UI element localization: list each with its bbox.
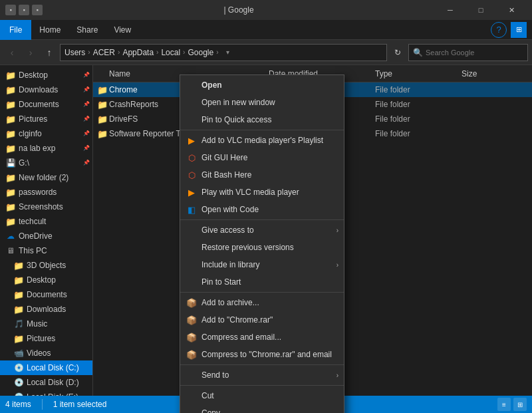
- search-placeholder: Search Google: [426, 49, 474, 57]
- breadcrumb-google[interactable]: Google: [188, 48, 213, 57]
- sep-1: ›: [88, 49, 90, 56]
- title-bar-icon-3: ▪: [32, 5, 43, 15]
- sep-3: ›: [156, 49, 158, 56]
- ctx-compress-chrome-email[interactable]: 📦 Compress to "Chrome.rar" and email: [180, 346, 344, 363]
- ctx-sep-4: [180, 364, 344, 365]
- sidebar-item-desktop2[interactable]: 📁 Desktop: [0, 273, 92, 287]
- breadcrumb-local[interactable]: Local: [161, 48, 180, 57]
- sidebar-item-locale[interactable]: 💿 Local Disk (E:): [0, 390, 92, 396]
- ctx-pin-quick[interactable]: Pin to Quick access: [180, 111, 344, 128]
- refresh-button[interactable]: ↻: [390, 44, 406, 61]
- col-header-type[interactable]: Type: [375, 69, 462, 78]
- sidebar-label-pictures2: Pictures: [27, 334, 55, 343]
- address-dropdown[interactable]: ▾: [221, 44, 235, 61]
- col-header-size[interactable]: Size: [462, 69, 515, 78]
- forward-button[interactable]: ›: [23, 45, 39, 61]
- sidebar-label-3dobjects: 3D Objects: [27, 261, 66, 270]
- view-icons-button[interactable]: ⊞: [513, 398, 527, 411]
- file-type-sw: File folder: [375, 129, 462, 138]
- ctx-vlc-play[interactable]: ▶ Play with VLC media player: [180, 184, 344, 201]
- maximize-button[interactable]: □: [466, 0, 496, 20]
- sidebar-item-pictures2[interactable]: 📁 Pictures: [0, 331, 92, 346]
- back-button[interactable]: ‹: [4, 45, 20, 61]
- sidebar-item-downloads[interactable]: 📁 Downloads 📌: [0, 82, 92, 97]
- sidebar-label-clginfo: clginfo: [19, 129, 42, 138]
- title-bar-icon-1: ▪: [5, 5, 16, 15]
- video-icon: 📹: [13, 348, 24, 358]
- sidebar-item-thispc[interactable]: 🖥 This PC: [0, 243, 92, 258]
- main-area: 📁 Desktop 📌 📁 Downloads 📌 📁 Documents 📌 …: [0, 65, 532, 396]
- ctx-add-vlc-playlist[interactable]: ▶ Add to VLC media player's Playlist: [180, 132, 344, 149]
- folder-icon-ss: 📁: [5, 202, 16, 212]
- minimize-button[interactable]: ─: [435, 0, 466, 20]
- help-button[interactable]: ?: [491, 22, 507, 38]
- sidebar-item-documents[interactable]: 📁 Documents 📌: [0, 97, 92, 112]
- sidebar-item-screenshots[interactable]: 📁 Screenshots: [0, 200, 92, 214]
- sidebar-label-gdrive: G:\: [19, 158, 29, 168]
- ctx-compress-email[interactable]: 📦 Compress and email...: [180, 329, 344, 346]
- breadcrumb-users[interactable]: Users: [65, 48, 85, 57]
- ctx-send-to[interactable]: Send to ›: [180, 366, 344, 384]
- ctx-git-gui[interactable]: ⬡ Git GUI Here: [180, 149, 344, 166]
- sidebar-item-gdrive[interactable]: 💾 G:\ 📌: [0, 156, 92, 170]
- pin-icon-7: 📌: [83, 160, 90, 166]
- sidebar-item-pictures[interactable]: 📁 Pictures 📌: [0, 112, 92, 126]
- ctx-restore-versions[interactable]: Restore previous versions: [180, 239, 344, 256]
- ctx-open-vscode[interactable]: ◧ Open with Code: [180, 201, 344, 218]
- sidebar-item-onedrive[interactable]: ☁ OneDrive: [0, 229, 92, 243]
- file-type-drivefs: File folder: [375, 114, 462, 124]
- ctx-include-library[interactable]: Include in library ›: [180, 256, 344, 273]
- sidebar-item-nalab[interactable]: 📁 na lab exp 📌: [0, 141, 92, 156]
- folder-icon-chrome: 📁: [96, 83, 109, 96]
- breadcrumb-acer[interactable]: ACER: [93, 48, 115, 57]
- arrow-icon-3: ›: [336, 372, 338, 379]
- breadcrumb-appdata[interactable]: AppData: [122, 48, 154, 57]
- ctx-pin-start[interactable]: Pin to Start: [180, 273, 344, 291]
- sidebar: 📁 Desktop 📌 📁 Downloads 📌 📁 Documents 📌 …: [0, 65, 93, 396]
- sidebar-item-techcult[interactable]: 📁 techcult: [0, 214, 92, 229]
- sidebar-item-desktop[interactable]: 📁 Desktop 📌: [0, 68, 92, 82]
- vlc-icon-1: ▶: [186, 134, 198, 146]
- windows-icon[interactable]: ⊞: [511, 22, 527, 38]
- address-path[interactable]: Users › ACER › AppData › Local › Google …: [60, 44, 387, 61]
- search-icon: 🔍: [413, 48, 423, 57]
- sidebar-item-3dobjects[interactable]: 📁 3D Objects: [0, 258, 92, 273]
- sidebar-item-downloads2[interactable]: 📁 Downloads: [0, 302, 92, 317]
- folder-icon-drive: 📁: [96, 112, 109, 126]
- ctx-cut[interactable]: Cut: [180, 387, 344, 404]
- sidebar-item-music[interactable]: 🎵 Music: [0, 317, 92, 331]
- title-bar-icon-2: ▪: [19, 5, 29, 15]
- ctx-add-archive[interactable]: 📦 Add to archive...: [180, 294, 344, 311]
- ribbon-tab-home[interactable]: Home: [31, 20, 68, 40]
- sidebar-item-newfolder[interactable]: 📁 New folder (2): [0, 170, 92, 185]
- ctx-open-new-window[interactable]: Open in new window: [180, 94, 344, 111]
- sidebar-item-videos[interactable]: 📹 Videos: [0, 346, 92, 360]
- view-details-button[interactable]: ≡: [497, 398, 511, 411]
- sidebar-item-passwords[interactable]: 📁 passwords: [0, 185, 92, 200]
- folder-icon-dl2: 📁: [13, 304, 24, 315]
- up-button[interactable]: ↑: [41, 45, 57, 61]
- ribbon-file-button[interactable]: File: [0, 20, 31, 40]
- sidebar-item-documents2[interactable]: 📁 Documents: [0, 287, 92, 302]
- search-box[interactable]: 🔍 Search Google: [408, 44, 528, 61]
- ribbon-tab-share[interactable]: Share: [68, 20, 106, 40]
- sidebar-item-clginfo[interactable]: 📁 clginfo 📌: [0, 126, 92, 141]
- sidebar-label-localc: Local Disk (C:): [27, 363, 79, 372]
- music-icon: 🎵: [13, 319, 24, 329]
- title-bar-icons: ▪ ▪ ▪: [5, 5, 43, 15]
- pin-icon: 📌: [83, 72, 90, 78]
- sidebar-label-pictures: Pictures: [19, 114, 47, 124]
- close-button[interactable]: ✕: [496, 0, 527, 20]
- ctx-open[interactable]: Open: [180, 76, 344, 94]
- ribbon-right: ? ⊞: [491, 22, 527, 38]
- sidebar-label-thispc: This PC: [19, 246, 47, 255]
- ctx-copy[interactable]: Copy: [180, 404, 344, 413]
- sidebar-item-localc[interactable]: 💿 Local Disk (C:): [0, 360, 92, 375]
- sidebar-label-documents2: Documents: [27, 290, 67, 299]
- ctx-git-bash[interactable]: ⬡ Git Bash Here: [180, 166, 344, 184]
- folder-icon-nalab: 📁: [5, 143, 16, 154]
- ctx-give-access[interactable]: Give access to ›: [180, 221, 344, 239]
- sidebar-item-locald[interactable]: 💿 Local Disk (D:): [0, 375, 92, 390]
- ribbon-tab-view[interactable]: View: [106, 20, 139, 40]
- ctx-add-chrome-rar[interactable]: 📦 Add to "Chrome.rar": [180, 311, 344, 329]
